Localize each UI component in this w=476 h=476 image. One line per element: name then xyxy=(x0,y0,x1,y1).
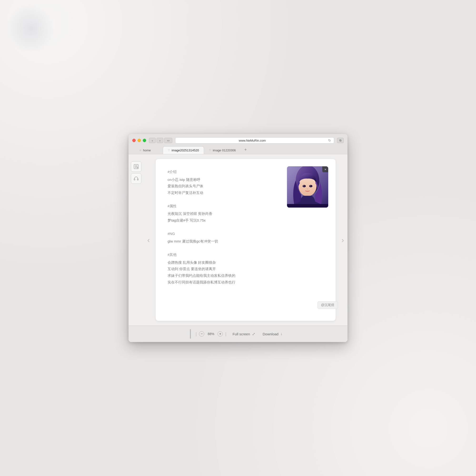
download-button[interactable]: Download ↓ xyxy=(259,332,286,336)
tab-image2-label: image 01220306 xyxy=(213,149,236,152)
window-button[interactable]: ⧉ xyxy=(337,138,344,143)
attr-line-1: 光夜陆沉 深空祁煜 剪孙尚香 xyxy=(168,210,324,217)
tabs-bar: ☆ home ♡ image20251314520 ♡ image 012203… xyxy=(132,146,344,154)
browser-window: ‹ › ▭ www.NeMuRin.com ↻ ⧉ ☆ home ♡ image… xyxy=(129,134,347,342)
main-area: × @沉尾煜 #介绍 cn小忍 istp 随意称呼 爱装熟但列表头号尸体 不定时… xyxy=(153,159,338,321)
tab-image1-label: image20251314520 xyxy=(171,149,199,152)
close-dot[interactable] xyxy=(132,139,136,142)
zoom-value: 88% xyxy=(206,332,216,336)
address-bar[interactable]: www.NeMuRin.com ↻ xyxy=(175,137,334,143)
tab-home[interactable]: ☆ home xyxy=(134,146,163,154)
watermark: @沉尾煜 xyxy=(318,301,338,309)
refresh-button[interactable]: ↻ xyxy=(328,138,331,142)
other-line-2: 互动到 你雷点 要连坐的请离开 xyxy=(168,266,324,272)
other-line-3: 求妹子们带我约点能给我主动发私信养铁的 xyxy=(168,272,324,279)
download-label: Download xyxy=(263,332,279,336)
maximize-dot[interactable] xyxy=(143,139,146,142)
section-other: #其他 会蹭热搜 乱用头像 好友圈很杂 互动到 你雷点 要连坐的请离开 求妹子们… xyxy=(168,251,324,286)
traffic-lights xyxy=(132,139,146,142)
tab-image2-icon: ♡ xyxy=(209,149,211,152)
fullscreen-button[interactable]: Full screen ⤢ xyxy=(229,332,259,336)
left-arrow[interactable]: ‹ xyxy=(144,236,153,244)
tab-image2[interactable]: ♡ image 01220306 xyxy=(204,146,241,154)
section-other-title: #其他 xyxy=(168,251,324,258)
ng-line-1: glw mmr 屠过我推gc有冲突一切 xyxy=(168,238,324,245)
separator-2: | xyxy=(225,332,226,337)
svg-point-11 xyxy=(303,185,306,187)
sidebar-icons xyxy=(129,159,144,321)
tab-add-button[interactable]: + xyxy=(242,146,249,153)
svg-point-13 xyxy=(304,186,304,186)
profile-close-button[interactable]: × xyxy=(322,166,328,172)
back-button[interactable]: ‹ xyxy=(149,138,156,143)
url-text: www.NeMuRin.com xyxy=(178,139,326,142)
other-line-1: 会蹭热搜 乱用头像 好友圈很杂 xyxy=(168,259,324,266)
zoom-in-button[interactable]: + xyxy=(218,331,223,337)
fullscreen-icon: ⤢ xyxy=(252,332,255,336)
section-ng-body: glw mmr 屠过我推gc有冲突一切 xyxy=(168,238,324,245)
other-line-4: 实在不行同担有话题我舔你私博互动养也行 xyxy=(168,279,324,286)
minimize-dot[interactable] xyxy=(137,139,141,142)
nav-buttons: ‹ › ▭ xyxy=(149,138,172,143)
right-arrow[interactable]: › xyxy=(338,236,347,244)
tab-home-label: home xyxy=(143,149,151,152)
browser-content: ‹ xyxy=(129,154,347,325)
attr-line-2: 梦tag自避#手 写沉0.75x xyxy=(168,217,324,224)
svg-point-14 xyxy=(310,186,311,186)
svg-rect-15 xyxy=(287,204,328,207)
separator-1: | xyxy=(196,332,197,337)
content-card: × @沉尾煜 #介绍 cn小忍 istp 随意称呼 爱装熟但列表头号尸体 不定时… xyxy=(156,159,336,321)
contacts-icon-button[interactable] xyxy=(131,161,141,172)
tab-home-icon: ☆ xyxy=(139,149,142,152)
section-other-body: 会蹭热搜 乱用头像 好友圈很杂 互动到 你雷点 要连坐的请离开 求妹子们带我约点… xyxy=(168,259,324,286)
sidebar-toggle-button[interactable]: ▭ xyxy=(164,138,172,143)
zoom-controls: − 88% + xyxy=(199,331,223,337)
svg-point-4 xyxy=(137,167,138,168)
headphones-icon-button[interactable] xyxy=(131,173,141,184)
fullscreen-label: Full screen xyxy=(233,332,250,336)
section-ng-title: #NG xyxy=(168,230,324,237)
section-ng: #NG glw mmr 屠过我推gc有冲突一切 xyxy=(168,230,324,245)
tab-image1-icon: ♡ xyxy=(168,149,170,152)
profile-image: × xyxy=(287,166,328,208)
zoom-out-button[interactable]: − xyxy=(199,331,204,337)
svg-point-12 xyxy=(309,185,312,187)
bottom-bar: | − 88% + | Full screen ⤢ Download ↓ xyxy=(129,325,347,342)
page-indicator xyxy=(190,329,191,339)
titlebar-top: ‹ › ▭ www.NeMuRin.com ↻ ⧉ xyxy=(132,137,344,143)
download-icon: ↓ xyxy=(280,332,282,336)
tab-image1[interactable]: ♡ image20251314520 xyxy=(163,146,204,154)
section-attributes-body: 光夜陆沉 深空祁煜 剪孙尚香 梦tag自避#手 写沉0.75x xyxy=(168,210,324,224)
forward-button[interactable]: › xyxy=(157,138,163,143)
titlebar: ‹ › ▭ www.NeMuRin.com ↻ ⧉ ☆ home ♡ image… xyxy=(129,134,347,154)
